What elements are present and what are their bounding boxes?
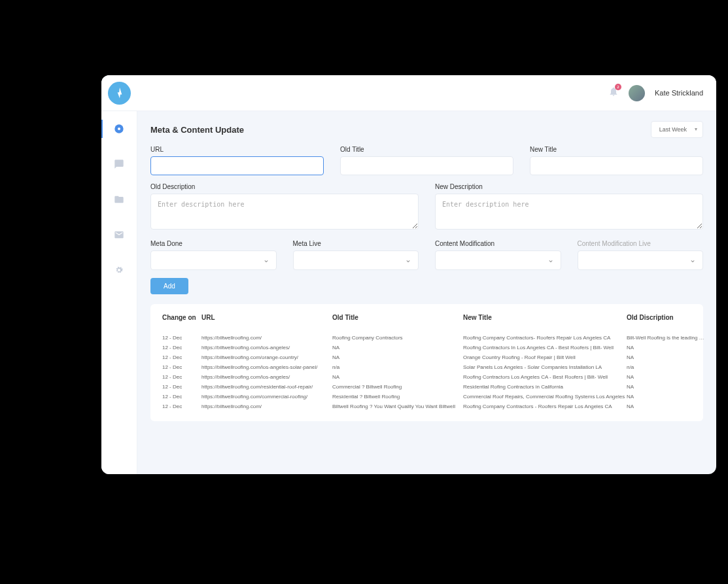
sidebar-item-dashboard[interactable]	[101, 121, 137, 137]
table-cell: NA	[627, 343, 705, 352]
svg-point-1	[118, 128, 120, 130]
add-button[interactable]: Add	[150, 278, 188, 294]
table-row: 12 - Dechttps://biltwellroofing.com/oran…	[162, 352, 705, 362]
folder-icon	[114, 194, 124, 205]
table-cell: Roofing Company Contractors	[332, 333, 463, 343]
old-desc-label: Old Description	[150, 183, 419, 190]
mail-icon	[114, 230, 124, 240]
new-title-input[interactable]	[530, 156, 703, 175]
logo	[108, 82, 131, 105]
table-cell: n/a	[627, 362, 705, 372]
page-title: Meta & Content Update	[150, 125, 244, 135]
table-cell: Commercial ? Biltwell Roofing	[332, 382, 463, 392]
new-title-label: New Title	[530, 146, 703, 153]
filter-select[interactable]: Last Week	[651, 121, 703, 138]
th-url: URL	[201, 314, 332, 333]
chat-icon	[114, 159, 124, 169]
table-cell: 12 - Dec	[162, 333, 201, 343]
meta-live-label: Meta Live	[293, 240, 419, 247]
table-cell: n/a	[332, 362, 463, 372]
app-window: 2 Kate Strickland Meta	[101, 75, 716, 474]
th-new-title: New Title	[463, 314, 627, 333]
table-cell: Residential ? Biltwell Roofing	[332, 392, 463, 402]
th-old-title: Old Title	[332, 314, 463, 333]
table-cell: Commercial Roof Repairs, Commercial Roof…	[463, 392, 627, 402]
table-cell: 12 - Dec	[162, 362, 201, 372]
table-row: 12 - Dechttps://biltwellroofing.com/Bilt…	[162, 402, 705, 411]
table-cell: NA	[627, 372, 705, 382]
pointer-icon	[113, 86, 126, 99]
table-cell: NA	[627, 352, 705, 362]
old-title-label: Old Title	[340, 146, 513, 153]
table-cell: NA	[627, 382, 705, 392]
table-cell: Roofing Contractors Los Angeles CA - Bes…	[463, 372, 627, 382]
table-cell: 12 - Dec	[162, 343, 201, 352]
table-cell: NA	[627, 392, 705, 402]
dashboard-icon	[114, 124, 124, 134]
table-cell: https://biltwellroofing.com/los-angeles/	[201, 343, 332, 352]
table-cell: Roofing Company Contractors- Roofers Rep…	[463, 333, 627, 343]
content-mod-live-select[interactable]	[578, 250, 704, 270]
table-cell: https://biltwellroofing.com/los-angeles-…	[201, 362, 332, 372]
username: Kate Strickland	[655, 89, 703, 97]
content-mod-select[interactable]	[435, 250, 561, 270]
table-cell: https://biltwellroofing.com/commercial-r…	[201, 392, 332, 402]
sidebar-item-files[interactable]	[101, 192, 137, 207]
sidebar-item-settings[interactable]	[101, 262, 137, 278]
meta-done-label: Meta Done	[150, 240, 277, 247]
table-cell: Biltwell Roofing ? You Want Quality You …	[332, 402, 463, 411]
table-row: 12 - Dechttps://biltwellroofing.com/resi…	[162, 382, 705, 392]
table-card: Change on URL Old Title New Title Old Di…	[150, 304, 703, 421]
table-row: 12 - Dechttps://biltwellroofing.com/los-…	[162, 343, 705, 352]
table-cell: NA	[627, 402, 705, 411]
results-table: Change on URL Old Title New Title Old Di…	[162, 314, 705, 411]
table-cell: NA	[332, 343, 463, 352]
new-desc-textarea[interactable]	[435, 194, 703, 230]
content-mod-live-label: Content Modification Live	[578, 240, 704, 247]
table-cell: Orange Country Roofing - Roof Repair | B…	[463, 352, 627, 362]
content: Meta & Content Update Last Week URL Old …	[137, 111, 716, 474]
table-cell: NA	[332, 372, 463, 382]
table-cell: https://biltwellroofing.com/	[201, 333, 332, 343]
table-row: 12 - Dechttps://biltwellroofing.com/comm…	[162, 392, 705, 402]
old-title-input[interactable]	[340, 156, 513, 175]
sidebar	[101, 111, 137, 474]
table-row: 12 - Dechttps://biltwellroofing.com/los-…	[162, 372, 705, 382]
url-label: URL	[150, 146, 324, 153]
new-desc-label: New Description	[435, 183, 703, 190]
table-cell: 12 - Dec	[162, 402, 201, 411]
table-cell: Roofing Company Contractors - Roofers Re…	[463, 402, 627, 411]
content-mod-label: Content Modification	[435, 240, 561, 247]
old-desc-textarea[interactable]	[150, 194, 419, 230]
table-cell: 12 - Dec	[162, 382, 201, 392]
sidebar-item-chat[interactable]	[101, 156, 137, 172]
table-cell: Residential Rofing Contractors in Califo…	[463, 382, 627, 392]
table-cell: https://biltwellroofing.com/los-angeles/	[201, 372, 332, 382]
notification-bell[interactable]: 2	[608, 86, 619, 99]
sidebar-item-mail[interactable]	[101, 227, 137, 243]
th-change-on: Change on	[162, 314, 201, 333]
notification-badge: 2	[615, 84, 621, 90]
gear-icon	[114, 265, 124, 275]
avatar[interactable]	[629, 85, 645, 101]
table-cell: https://biltwellroofing.com/	[201, 402, 332, 411]
table-cell: 12 - Dec	[162, 352, 201, 362]
meta-live-select[interactable]	[293, 250, 419, 270]
table-row: 12 - Dechttps://biltwellroofing.com/Roof…	[162, 333, 705, 343]
table-cell: Roofing Contractors In Los Angeles CA - …	[463, 343, 627, 352]
meta-done-select[interactable]	[150, 250, 277, 270]
table-row: 12 - Dechttps://biltwellroofing.com/los-…	[162, 362, 705, 372]
topbar: 2 Kate Strickland	[101, 75, 716, 111]
table-cell: Solar Panels Los Angeles - Solar Compani…	[463, 362, 627, 372]
url-input[interactable]	[150, 156, 324, 175]
th-old-desc: Old Discription	[627, 314, 705, 333]
table-cell: https://biltwellroofing.com/residential-…	[201, 382, 332, 392]
table-cell: https://biltwellroofing.com/orange-count…	[201, 352, 332, 362]
table-cell: 12 - Dec	[162, 392, 201, 402]
table-cell: 12 - Dec	[162, 372, 201, 382]
table-cell: NA	[332, 352, 463, 362]
table-cell: Bilt-Well Roofing is the leading roofing	[627, 333, 705, 343]
